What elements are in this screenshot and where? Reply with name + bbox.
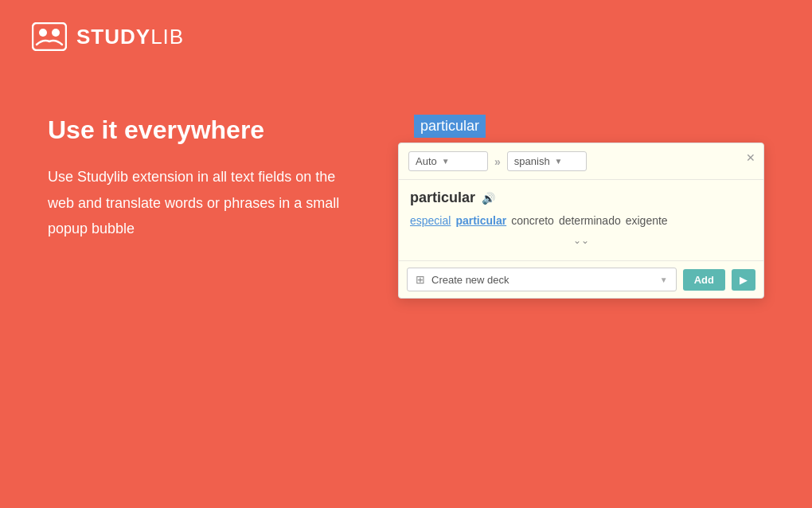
- expand-button[interactable]: ⌄⌄: [410, 235, 752, 246]
- translation-particular[interactable]: particular: [455, 214, 506, 227]
- from-lang-arrow-icon: ▼: [442, 157, 450, 166]
- next-button[interactable]: ▶: [732, 269, 755, 291]
- translation-concreto: concreto: [511, 214, 554, 227]
- studylib-logo-icon: [32, 22, 67, 51]
- word-title: particular: [410, 190, 475, 206]
- to-lang-arrow-icon: ▼: [555, 157, 563, 166]
- translation-popup: Auto ▼ » spanish ▼ ✕ particular 🔊 espe: [398, 143, 764, 299]
- translations-list: especial particular concreto determinado…: [410, 214, 752, 227]
- popup-body: particular 🔊 especial particular concret…: [399, 180, 763, 260]
- svg-point-1: [39, 29, 47, 37]
- translation-especial[interactable]: especial: [410, 214, 451, 227]
- deck-selector[interactable]: ⊞ Create new deck ▼: [407, 268, 677, 291]
- deck-label: Create new deck: [431, 274, 654, 286]
- translation-determinado: determinado: [559, 214, 621, 227]
- svg-rect-0: [33, 23, 66, 50]
- left-section: Use it everywhere Use Studylib extension…: [48, 115, 350, 242]
- popup-header: Auto ▼ » spanish ▼ ✕: [399, 143, 763, 180]
- svg-point-2: [52, 29, 60, 37]
- speaker-icon[interactable]: 🔊: [482, 192, 495, 205]
- highlighted-word: particular: [414, 115, 486, 138]
- header: STUDYLIB: [0, 0, 812, 51]
- from-lang-label: Auto: [416, 155, 437, 167]
- close-button[interactable]: ✕: [746, 151, 755, 164]
- direction-arrow-icon: »: [494, 155, 501, 168]
- deck-icon: ⊞: [416, 273, 425, 286]
- popup-demo-section: particular Auto ▼ » spanish ▼ ✕ par: [398, 115, 764, 299]
- headline: Use it everywhere: [48, 115, 350, 145]
- to-language-select[interactable]: spanish ▼: [507, 151, 587, 171]
- add-button[interactable]: Add: [683, 269, 725, 291]
- description: Use Studylib extension in all text field…: [48, 164, 350, 241]
- popup-footer: ⊞ Create new deck ▼ Add ▶: [399, 260, 763, 298]
- from-language-select[interactable]: Auto ▼: [408, 151, 488, 171]
- translation-exigente: exigente: [626, 214, 668, 227]
- word-header: particular 🔊: [410, 190, 752, 206]
- expand-chevron-icon: ⌄⌄: [573, 235, 589, 246]
- logo-text: STUDYLIB: [76, 25, 184, 49]
- main-content: Use it everywhere Use Studylib extension…: [0, 51, 812, 299]
- to-lang-label: spanish: [514, 155, 550, 167]
- deck-dropdown-arrow-icon: ▼: [660, 275, 668, 284]
